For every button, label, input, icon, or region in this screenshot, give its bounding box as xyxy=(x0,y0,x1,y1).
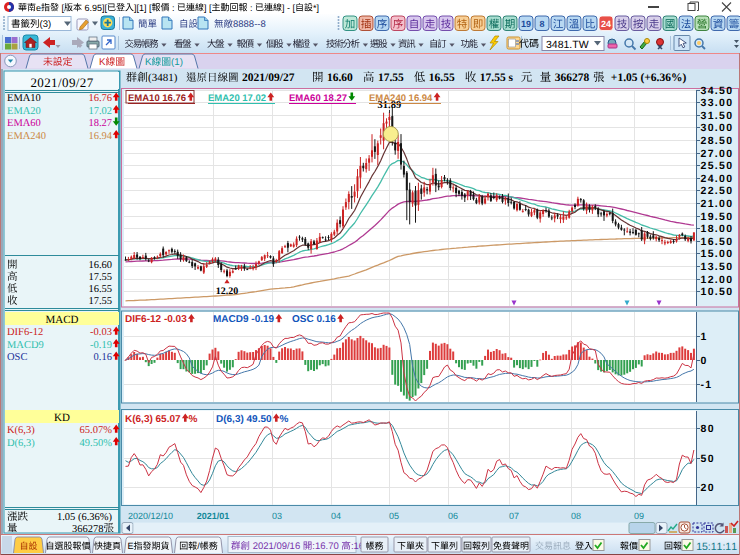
svg-text:13.50: 13.50 xyxy=(701,261,734,273)
svg-text:3481.TW: 3481.TW xyxy=(546,39,589,51)
svg-text:22.50: 22.50 xyxy=(701,185,734,197)
svg-text:+1.05 (+6.36%): +1.05 (+6.36%) xyxy=(605,72,686,84)
svg-text:16.60: 16.60 xyxy=(88,260,112,271)
svg-text:34.50: 34.50 xyxy=(701,85,734,97)
svg-text:16.76: 16.76 xyxy=(88,93,112,104)
svg-text:17.55 s: 17.55 s xyxy=(477,72,516,84)
svg-text:*]: *] xyxy=(313,3,319,13)
svg-text:06: 06 xyxy=(448,511,458,521)
svg-text:19.50: 19.50 xyxy=(701,211,734,223)
svg-text:16.50: 16.50 xyxy=(701,236,734,248)
svg-text:EMA240: EMA240 xyxy=(7,131,46,142)
svg-text:K(6,3) 65.07: K(6,3) 65.07 xyxy=(125,414,181,425)
svg-text:2021/09/16: 2021/09/16 xyxy=(250,541,303,552)
svg-text:15.00: 15.00 xyxy=(701,248,734,260)
svg-text:e: e xyxy=(36,3,41,13)
svg-text:21.00: 21.00 xyxy=(701,198,734,210)
svg-text:EMA60: EMA60 xyxy=(7,118,41,129)
svg-text:KD: KD xyxy=(54,412,70,424)
svg-text:31.50: 31.50 xyxy=(701,110,734,122)
svg-text:2021/09/27: 2021/09/27 xyxy=(242,72,295,84)
svg-text:366278: 366278 xyxy=(72,524,104,535)
svg-text:16.55: 16.55 xyxy=(426,72,461,84)
svg-text:-1: -1 xyxy=(701,379,713,391)
svg-text:] - [: ] - [ xyxy=(282,3,295,13)
svg-text:][1] [: ][1] [ xyxy=(134,3,152,13)
svg-text:20: 20 xyxy=(701,482,715,494)
svg-text:EMA60 18.27: EMA60 18.27 xyxy=(289,93,347,104)
svg-text:K: K xyxy=(99,57,106,68)
svg-text::16.70: :16.70 xyxy=(312,541,341,552)
svg-text:MACD: MACD xyxy=(45,314,78,326)
svg-text:03: 03 xyxy=(272,511,282,521)
svg-text:1.05 (6.36%): 1.05 (6.36%) xyxy=(57,512,113,523)
svg-text:12.00: 12.00 xyxy=(701,274,734,286)
svg-text:07: 07 xyxy=(509,511,519,521)
svg-text:49.50%: 49.50% xyxy=(80,438,113,449)
svg-text:DIF6-12: DIF6-12 xyxy=(7,327,43,338)
svg-text:04: 04 xyxy=(331,511,341,521)
svg-text:8: 8 xyxy=(539,19,544,29)
svg-text:D(6,3) 49.50: D(6,3) 49.50 xyxy=(216,414,272,425)
svg-text:MACD9 -0.19: MACD9 -0.19 xyxy=(213,314,275,325)
svg-text:EMA20 17.02: EMA20 17.02 xyxy=(208,93,266,104)
svg-text:2021/09/27: 2021/09/27 xyxy=(30,75,93,90)
svg-text:2020/12/10: 2020/12/10 xyxy=(128,511,173,521)
svg-text:27.00: 27.00 xyxy=(701,148,734,160)
svg-text:D(6,3): D(6,3) xyxy=(7,438,35,449)
svg-text:(1): (1) xyxy=(171,57,183,68)
svg-text:6.95][: 6.95][ xyxy=(82,3,108,13)
svg-text:-0.19: -0.19 xyxy=(90,340,112,351)
svg-text:08: 08 xyxy=(571,511,581,521)
svg-text:0: 0 xyxy=(701,355,708,367)
svg-text:24.00: 24.00 xyxy=(701,173,734,185)
svg-text:%: % xyxy=(189,414,198,425)
svg-text:12.20: 12.20 xyxy=(216,286,239,297)
svg-text:1: 1 xyxy=(701,331,708,343)
svg-text:(3): (3) xyxy=(40,19,52,30)
svg-text:] [: ] [ xyxy=(204,3,212,13)
svg-text:28.50: 28.50 xyxy=(701,135,734,147)
svg-text:17.55: 17.55 xyxy=(88,272,112,283)
svg-text:%: % xyxy=(280,414,289,425)
svg-text:[: [ xyxy=(59,3,65,13)
svg-text:19: 19 xyxy=(521,19,531,29)
svg-text:0.16: 0.16 xyxy=(94,352,112,363)
svg-text::: : xyxy=(248,3,256,13)
svg-text:(3481): (3481) xyxy=(148,72,178,84)
svg-text:K(6,3): K(6,3) xyxy=(7,425,35,436)
svg-text:-0.03: -0.03 xyxy=(90,327,112,338)
svg-text:16.60: 16.60 xyxy=(324,72,359,84)
svg-text:EMA10: EMA10 xyxy=(7,93,41,104)
svg-text:17.55: 17.55 xyxy=(375,72,410,84)
svg-text:05: 05 xyxy=(389,511,399,521)
svg-text:15:11:11: 15:11:11 xyxy=(696,541,737,553)
svg-text:EMA240 16.94: EMA240 16.94 xyxy=(369,93,433,104)
svg-text:24: 24 xyxy=(601,19,611,29)
svg-text:17.02: 17.02 xyxy=(88,106,112,117)
svg-text:18.00: 18.00 xyxy=(701,223,734,235)
svg-text:MACD9: MACD9 xyxy=(7,340,44,351)
svg-text:2021/01: 2021/01 xyxy=(197,511,230,521)
svg-text:17.55: 17.55 xyxy=(88,296,112,307)
svg-text:33.00: 33.00 xyxy=(701,97,734,109)
svg-text:16.55: 16.55 xyxy=(88,284,112,295)
svg-text:366278: 366278 xyxy=(552,72,590,84)
svg-text:OSC 0.16: OSC 0.16 xyxy=(292,314,336,325)
svg-text:50: 50 xyxy=(701,453,715,465)
svg-text:EMA10 16.76: EMA10 16.76 xyxy=(128,93,186,104)
svg-text:80: 80 xyxy=(701,423,715,435)
svg-text:OSC: OSC xyxy=(7,352,27,363)
svg-text:8888--8: 8888--8 xyxy=(233,19,266,30)
svg-text::: : xyxy=(170,3,178,13)
svg-text:16.94: 16.94 xyxy=(88,131,112,142)
svg-text:30.00: 30.00 xyxy=(701,122,734,134)
svg-text:65.07%: 65.07% xyxy=(80,425,113,436)
svg-text:E: E xyxy=(128,541,134,551)
svg-text:10.50: 10.50 xyxy=(701,286,734,298)
svg-text:09: 09 xyxy=(634,511,644,521)
svg-text:EMA20: EMA20 xyxy=(7,106,41,117)
svg-text:18.27: 18.27 xyxy=(88,118,112,129)
svg-text:DIF6-12 -0.03: DIF6-12 -0.03 xyxy=(125,314,187,325)
svg-text:25.50: 25.50 xyxy=(701,160,734,172)
